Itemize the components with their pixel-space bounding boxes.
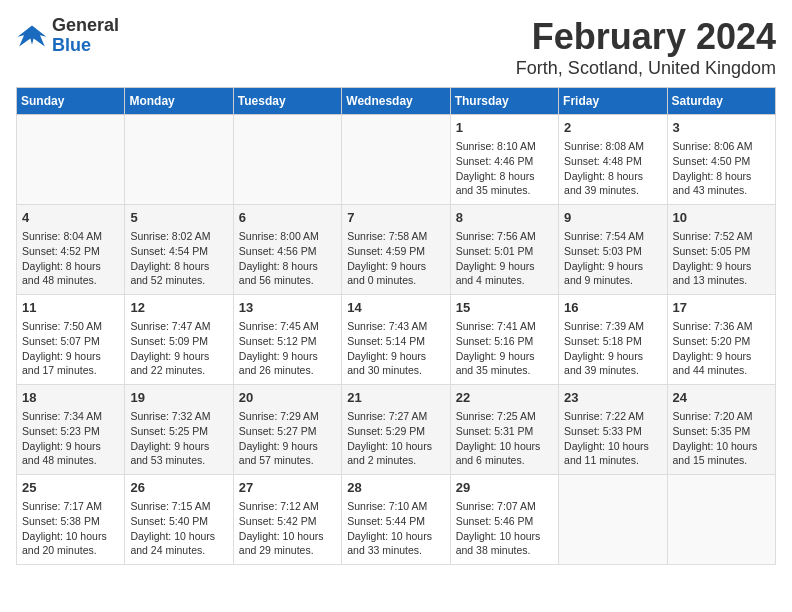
sunset: Sunset: 4:56 PM: [239, 245, 317, 257]
calendar-cell: 18Sunrise: 7:34 AMSunset: 5:23 PMDayligh…: [17, 385, 125, 475]
day-number: 3: [673, 119, 770, 137]
sunrise: Sunrise: 7:32 AM: [130, 410, 210, 422]
logo: General Blue: [16, 16, 119, 56]
day-number: 2: [564, 119, 661, 137]
sunset: Sunset: 5:33 PM: [564, 425, 642, 437]
calendar-cell: 25Sunrise: 7:17 AMSunset: 5:38 PMDayligh…: [17, 475, 125, 565]
daylight: Daylight: 9 hours and 0 minutes.: [347, 260, 426, 287]
calendar-cell: 2Sunrise: 8:08 AMSunset: 4:48 PMDaylight…: [559, 115, 667, 205]
sunset: Sunset: 5:27 PM: [239, 425, 317, 437]
daylight: Daylight: 10 hours and 20 minutes.: [22, 530, 107, 557]
sunrise: Sunrise: 7:54 AM: [564, 230, 644, 242]
sunrise: Sunrise: 8:02 AM: [130, 230, 210, 242]
daylight: Daylight: 9 hours and 26 minutes.: [239, 350, 318, 377]
calendar-cell: [125, 115, 233, 205]
calendar-week-1: 1Sunrise: 8:10 AMSunset: 4:46 PMDaylight…: [17, 115, 776, 205]
calendar-cell: 26Sunrise: 7:15 AMSunset: 5:40 PMDayligh…: [125, 475, 233, 565]
sunrise: Sunrise: 8:00 AM: [239, 230, 319, 242]
sunset: Sunset: 5:23 PM: [22, 425, 100, 437]
daylight: Daylight: 10 hours and 24 minutes.: [130, 530, 215, 557]
calendar-header-row: SundayMondayTuesdayWednesdayThursdayFrid…: [17, 88, 776, 115]
sunrise: Sunrise: 8:10 AM: [456, 140, 536, 152]
logo-text-blue: Blue: [52, 36, 119, 56]
daylight: Daylight: 10 hours and 33 minutes.: [347, 530, 432, 557]
calendar-cell: 1Sunrise: 8:10 AMSunset: 4:46 PMDaylight…: [450, 115, 558, 205]
sunset: Sunset: 5:07 PM: [22, 335, 100, 347]
day-number: 25: [22, 479, 119, 497]
sunset: Sunset: 5:40 PM: [130, 515, 208, 527]
day-number: 20: [239, 389, 336, 407]
day-number: 28: [347, 479, 444, 497]
daylight: Daylight: 10 hours and 2 minutes.: [347, 440, 432, 467]
sunrise: Sunrise: 7:29 AM: [239, 410, 319, 422]
day-number: 17: [673, 299, 770, 317]
day-number: 5: [130, 209, 227, 227]
page-header: General Blue February 2024 Forth, Scotla…: [16, 16, 776, 79]
daylight: Daylight: 8 hours and 56 minutes.: [239, 260, 318, 287]
sunset: Sunset: 5:01 PM: [456, 245, 534, 257]
calendar-cell: 11Sunrise: 7:50 AMSunset: 5:07 PMDayligh…: [17, 295, 125, 385]
daylight: Daylight: 9 hours and 17 minutes.: [22, 350, 101, 377]
sunrise: Sunrise: 7:52 AM: [673, 230, 753, 242]
daylight: Daylight: 8 hours and 48 minutes.: [22, 260, 101, 287]
calendar-cell: 8Sunrise: 7:56 AMSunset: 5:01 PMDaylight…: [450, 205, 558, 295]
daylight: Daylight: 9 hours and 48 minutes.: [22, 440, 101, 467]
daylight: Daylight: 10 hours and 29 minutes.: [239, 530, 324, 557]
calendar-cell: 13Sunrise: 7:45 AMSunset: 5:12 PMDayligh…: [233, 295, 341, 385]
day-number: 1: [456, 119, 553, 137]
location: Forth, Scotland, United Kingdom: [516, 58, 776, 79]
sunset: Sunset: 5:38 PM: [22, 515, 100, 527]
sunrise: Sunrise: 7:25 AM: [456, 410, 536, 422]
calendar-cell: [559, 475, 667, 565]
svg-marker-0: [18, 25, 47, 46]
calendar-week-3: 11Sunrise: 7:50 AMSunset: 5:07 PMDayligh…: [17, 295, 776, 385]
sunrise: Sunrise: 7:36 AM: [673, 320, 753, 332]
sunset: Sunset: 5:03 PM: [564, 245, 642, 257]
calendar-week-4: 18Sunrise: 7:34 AMSunset: 5:23 PMDayligh…: [17, 385, 776, 475]
daylight: Daylight: 9 hours and 35 minutes.: [456, 350, 535, 377]
day-header-wednesday: Wednesday: [342, 88, 450, 115]
calendar-cell: 10Sunrise: 7:52 AMSunset: 5:05 PMDayligh…: [667, 205, 775, 295]
sunrise: Sunrise: 7:17 AM: [22, 500, 102, 512]
sunrise: Sunrise: 7:56 AM: [456, 230, 536, 242]
logo-text-general: General: [52, 16, 119, 36]
sunset: Sunset: 5:25 PM: [130, 425, 208, 437]
day-header-saturday: Saturday: [667, 88, 775, 115]
day-number: 16: [564, 299, 661, 317]
calendar-cell: [667, 475, 775, 565]
calendar-cell: 24Sunrise: 7:20 AMSunset: 5:35 PMDayligh…: [667, 385, 775, 475]
sunset: Sunset: 5:31 PM: [456, 425, 534, 437]
calendar-cell: 15Sunrise: 7:41 AMSunset: 5:16 PMDayligh…: [450, 295, 558, 385]
calendar-cell: 20Sunrise: 7:29 AMSunset: 5:27 PMDayligh…: [233, 385, 341, 475]
sunset: Sunset: 5:12 PM: [239, 335, 317, 347]
day-number: 8: [456, 209, 553, 227]
day-number: 4: [22, 209, 119, 227]
sunrise: Sunrise: 7:22 AM: [564, 410, 644, 422]
day-number: 7: [347, 209, 444, 227]
calendar-cell: [342, 115, 450, 205]
sunrise: Sunrise: 7:45 AM: [239, 320, 319, 332]
daylight: Daylight: 9 hours and 57 minutes.: [239, 440, 318, 467]
day-number: 6: [239, 209, 336, 227]
sunset: Sunset: 5:46 PM: [456, 515, 534, 527]
calendar-cell: 4Sunrise: 8:04 AMSunset: 4:52 PMDaylight…: [17, 205, 125, 295]
day-header-monday: Monday: [125, 88, 233, 115]
sunrise: Sunrise: 7:47 AM: [130, 320, 210, 332]
day-number: 22: [456, 389, 553, 407]
sunrise: Sunrise: 7:34 AM: [22, 410, 102, 422]
sunset: Sunset: 4:52 PM: [22, 245, 100, 257]
calendar-cell: 23Sunrise: 7:22 AMSunset: 5:33 PMDayligh…: [559, 385, 667, 475]
sunset: Sunset: 5:42 PM: [239, 515, 317, 527]
sunset: Sunset: 5:35 PM: [673, 425, 751, 437]
daylight: Daylight: 9 hours and 53 minutes.: [130, 440, 209, 467]
daylight: Daylight: 9 hours and 30 minutes.: [347, 350, 426, 377]
day-number: 27: [239, 479, 336, 497]
sunrise: Sunrise: 7:07 AM: [456, 500, 536, 512]
calendar-cell: 9Sunrise: 7:54 AMSunset: 5:03 PMDaylight…: [559, 205, 667, 295]
calendar-cell: 12Sunrise: 7:47 AMSunset: 5:09 PMDayligh…: [125, 295, 233, 385]
sunset: Sunset: 5:20 PM: [673, 335, 751, 347]
title-block: February 2024 Forth, Scotland, United Ki…: [516, 16, 776, 79]
day-number: 14: [347, 299, 444, 317]
daylight: Daylight: 9 hours and 4 minutes.: [456, 260, 535, 287]
daylight: Daylight: 10 hours and 15 minutes.: [673, 440, 758, 467]
